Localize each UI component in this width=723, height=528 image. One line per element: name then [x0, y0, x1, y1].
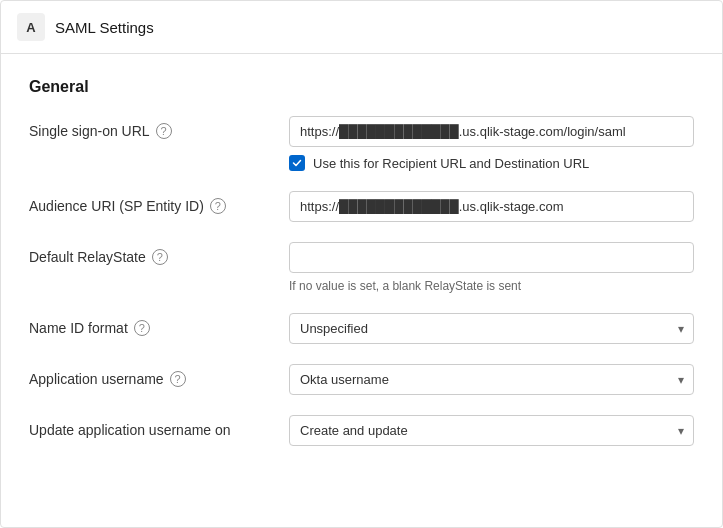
- app-username-control: Okta username Email Custom ▾: [289, 364, 694, 395]
- app-username-label: Application username ?: [29, 364, 289, 387]
- app-username-row: Application username ? Okta username Ema…: [29, 364, 694, 395]
- name-id-format-help-icon[interactable]: ?: [134, 320, 150, 336]
- panel-title: SAML Settings: [55, 19, 154, 36]
- name-id-format-select-wrapper: Unspecified EmailAddress Persistent Tran…: [289, 313, 694, 344]
- header-icon: A: [17, 13, 45, 41]
- app-username-select[interactable]: Okta username Email Custom: [289, 364, 694, 395]
- update-username-label: Update application username on: [29, 415, 289, 438]
- name-id-format-label: Name ID format ?: [29, 313, 289, 336]
- app-username-select-wrapper: Okta username Email Custom ▾: [289, 364, 694, 395]
- audience-uri-help-icon[interactable]: ?: [210, 198, 226, 214]
- sso-url-control: Use this for Recipient URL and Destinati…: [289, 116, 694, 171]
- app-username-help-icon[interactable]: ?: [170, 371, 186, 387]
- update-username-row: Update application username on Create an…: [29, 415, 694, 446]
- saml-settings-panel: A SAML Settings General Single sign-on U…: [0, 0, 723, 528]
- relay-state-label: Default RelayState ?: [29, 242, 289, 265]
- relay-state-input[interactable]: [289, 242, 694, 273]
- audience-uri-control: [289, 191, 694, 222]
- panel-content: General Single sign-on URL ? Use this fo…: [1, 54, 722, 490]
- update-username-select-wrapper: Create and update Create only ▾: [289, 415, 694, 446]
- audience-uri-label: Audience URI (SP Entity ID) ?: [29, 191, 289, 214]
- sso-url-help-icon[interactable]: ?: [156, 123, 172, 139]
- name-id-format-select[interactable]: Unspecified EmailAddress Persistent Tran…: [289, 313, 694, 344]
- relay-state-hint: If no value is set, a blank RelayState i…: [289, 279, 694, 293]
- sso-url-row: Single sign-on URL ? Use this for Recipi…: [29, 116, 694, 171]
- recipient-url-checkbox-row: Use this for Recipient URL and Destinati…: [289, 155, 694, 171]
- relay-state-help-icon[interactable]: ?: [152, 249, 168, 265]
- update-username-select[interactable]: Create and update Create only: [289, 415, 694, 446]
- update-username-control: Create and update Create only ▾: [289, 415, 694, 446]
- audience-uri-input[interactable]: [289, 191, 694, 222]
- recipient-url-checkbox[interactable]: [289, 155, 305, 171]
- section-title: General: [29, 78, 694, 96]
- recipient-url-label: Use this for Recipient URL and Destinati…: [313, 156, 589, 171]
- relay-state-control: If no value is set, a blank RelayState i…: [289, 242, 694, 293]
- name-id-format-row: Name ID format ? Unspecified EmailAddres…: [29, 313, 694, 344]
- relay-state-row: Default RelayState ? If no value is set,…: [29, 242, 694, 293]
- sso-url-input[interactable]: [289, 116, 694, 147]
- sso-url-label: Single sign-on URL ?: [29, 116, 289, 139]
- audience-uri-row: Audience URI (SP Entity ID) ?: [29, 191, 694, 222]
- name-id-format-control: Unspecified EmailAddress Persistent Tran…: [289, 313, 694, 344]
- panel-header: A SAML Settings: [1, 1, 722, 54]
